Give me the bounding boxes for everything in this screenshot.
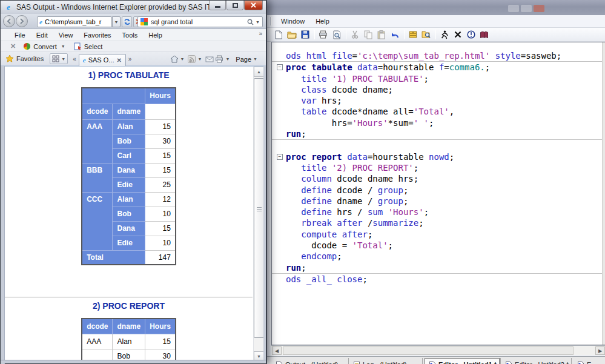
code-line[interactable]: define dcode / group; (286, 185, 601, 196)
home-icon[interactable] (170, 55, 179, 63)
code-line[interactable]: hrs='Hours'*sum=' '; (286, 117, 601, 128)
cut-icon[interactable] (349, 30, 360, 39)
window-tab[interactable]: Editor - Untitled1 * (425, 358, 500, 364)
hscroll-thumb[interactable] (283, 346, 574, 355)
menu-file[interactable]: File (9, 31, 31, 39)
code-line[interactable]: ods html file='c:\temp\sum_tab_rep.html'… (286, 50, 601, 61)
code-line[interactable]: class dcode dname; (286, 84, 601, 95)
window-tab[interactable]: Output - (Untitled) (272, 358, 348, 364)
print-preview-icon[interactable] (331, 30, 342, 39)
address-bar[interactable]: e C:\temp\sum_tab_r (37, 16, 112, 27)
window-tab[interactable]: Editor - Untitled2 * (501, 358, 569, 364)
sas-minimize-button[interactable] (508, 5, 519, 12)
read-mail-icon[interactable] (205, 56, 214, 63)
home-dropdown-icon[interactable]: ▼ (180, 57, 185, 61)
print-icon[interactable] (215, 55, 223, 63)
code-line[interactable]: −proc report data=hourstable nowd; (286, 151, 601, 162)
break-icon[interactable] (452, 30, 463, 39)
menu-favorites[interactable]: Favorites (78, 31, 116, 39)
code-token: = (352, 51, 357, 61)
forward-button[interactable] (16, 15, 28, 27)
convert-dropdown-icon[interactable]: ▼ (61, 44, 65, 48)
code-line[interactable]: column dcode dname hrs; (286, 173, 601, 184)
tab-scroll-left-icon[interactable]: « (70, 56, 79, 62)
page-menu-button[interactable]: Page (236, 56, 251, 63)
menu-window[interactable]: Window (276, 18, 310, 25)
copy-icon[interactable] (363, 30, 373, 39)
code-line[interactable]: −proc tabulate data=hourstable f=comma6.… (286, 62, 601, 73)
scroll-up-icon[interactable]: ▲ (254, 67, 263, 77)
interrupt-icon[interactable] (466, 30, 476, 39)
help-book-icon[interactable] (479, 30, 489, 39)
tab-close-icon[interactable]: ✕ (116, 57, 121, 64)
code-line[interactable]: dcode = 'Total'; (286, 240, 601, 251)
submit-icon[interactable] (439, 30, 449, 39)
editor-horizontal-scrollbar[interactable]: ◀ ▶ (271, 345, 605, 355)
code-line[interactable] (286, 140, 601, 151)
vscroll-thumb[interactable] (254, 78, 263, 338)
menu-edit[interactable]: Edit (31, 31, 53, 39)
feeds-dropdown-icon[interactable]: ▼ (197, 57, 202, 61)
menu-tools[interactable]: Tools (117, 31, 144, 39)
refresh-button[interactable] (122, 16, 132, 27)
code-editor[interactable]: ods html file='c:\temp\sum_tab_rep.html'… (271, 42, 605, 345)
explorer-icon[interactable] (421, 30, 431, 39)
scroll-right-icon[interactable]: ▶ (595, 346, 605, 355)
menu-view[interactable]: View (53, 31, 79, 39)
search-icon[interactable] (247, 19, 254, 25)
window-tab[interactable]: Log - (Untitled) (349, 358, 420, 364)
close-button[interactable] (244, 1, 263, 10)
collapse-section-icon[interactable]: − (277, 154, 283, 160)
code-line[interactable]: ods _all_ close; (286, 274, 601, 285)
scroll-left-icon[interactable]: ◀ (272, 346, 282, 355)
print-icon[interactable] (318, 30, 328, 39)
favorites-label[interactable]: Favorites (16, 55, 44, 62)
undo-icon[interactable] (389, 30, 400, 39)
convert-button[interactable]: Convert ▼ (23, 42, 65, 50)
open-folder-icon[interactable] (286, 30, 297, 39)
code-line[interactable]: compute after; (286, 229, 601, 240)
search-input[interactable]: sql grand total ▼ (137, 16, 263, 27)
menu-help[interactable]: Help (143, 31, 168, 39)
column-header: dcode (82, 319, 113, 334)
code-line[interactable]: rbreak after /summarize; (286, 217, 601, 228)
maximize-button[interactable] (226, 1, 243, 10)
sas-close-button[interactable] (534, 5, 544, 12)
code-line[interactable]: var hrs; (286, 95, 601, 106)
paste-icon[interactable] (376, 30, 386, 39)
select-button[interactable]: Select (74, 42, 103, 50)
tab-scroll-right-icon[interactable]: » (126, 56, 134, 62)
quick-tabs-button[interactable]: ▼ (50, 53, 68, 64)
address-dropdown[interactable]: ▼ (112, 16, 121, 27)
new-library-icon[interactable] (408, 30, 418, 39)
quick-tabs-dropdown-icon[interactable]: ▼ (61, 57, 65, 61)
menu-help[interactable]: Help (310, 18, 335, 25)
tab-sas-output[interactable]: e SAS O... ✕ (79, 54, 126, 66)
minimize-button[interactable] (209, 1, 226, 10)
print-dropdown-icon[interactable]: ▼ (225, 57, 230, 61)
sas-titlebar[interactable] (267, 0, 605, 15)
favorites-star-icon[interactable] (5, 55, 14, 63)
code-line[interactable]: run; (286, 262, 601, 273)
collapse-section-icon[interactable]: − (277, 64, 283, 70)
page-dropdown-icon[interactable]: ▼ (253, 57, 257, 61)
ie-titlebar[interactable]: e SAS Output - Windows Internet Explorer… (1, 1, 266, 14)
close-toolbar-icon[interactable]: ✕ (10, 42, 16, 50)
code-line[interactable]: title '2) PROC REPORT'; (286, 162, 601, 173)
search-dropdown-icon[interactable]: ▼ (256, 20, 260, 24)
rss-feed-icon[interactable] (188, 55, 196, 63)
code-line[interactable]: define dname / group; (286, 196, 601, 207)
menubar-overflow-icon[interactable]: » (259, 30, 262, 37)
editor-vertical-scrollbar[interactable] (602, 42, 605, 345)
code-line[interactable]: endcomp; (286, 251, 601, 262)
save-icon[interactable] (300, 30, 310, 39)
window-tab[interactable]: E (574, 358, 605, 364)
code-line[interactable]: table dcode*dname all='Total', (286, 106, 601, 117)
content-vertical-scrollbar[interactable]: ▲ ▼ (253, 67, 263, 361)
new-document-icon[interactable] (273, 30, 283, 39)
code-line[interactable]: run; (286, 128, 601, 139)
code-line[interactable]: define hrs / sum 'Hours'; (286, 207, 601, 217)
code-line[interactable]: title '1) PROC TABULATE'; (286, 73, 601, 84)
sas-maximize-button[interactable] (521, 5, 532, 12)
back-button[interactable] (3, 15, 15, 27)
